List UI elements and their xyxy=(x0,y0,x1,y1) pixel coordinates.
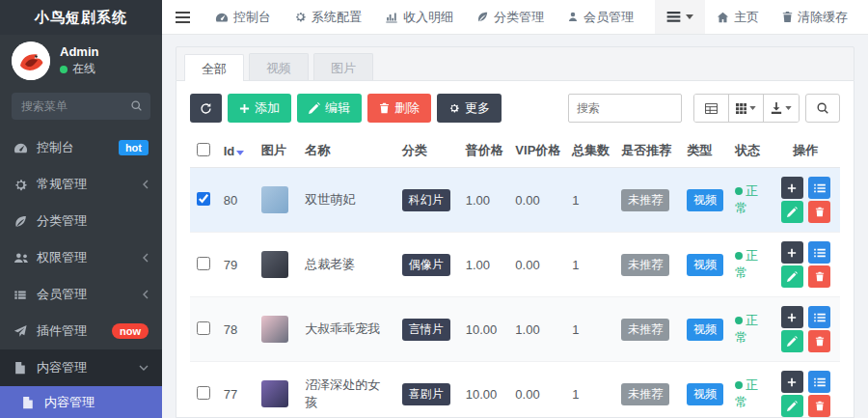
recommend-badge[interactable]: 未推荐 xyxy=(621,254,669,276)
sidebar-item-member[interactable]: 会员管理 xyxy=(0,276,162,313)
topbar-item-label: 会员管理 xyxy=(583,9,634,26)
row-checkbox[interactable] xyxy=(197,386,210,400)
fullscreen-button[interactable] xyxy=(859,0,868,34)
recommend-badge[interactable]: 未推荐 xyxy=(621,319,669,341)
topbar-item-member[interactable]: Admin 会员管理 xyxy=(556,0,645,34)
expand-row-button[interactable] xyxy=(781,241,803,264)
search-submit-button[interactable] xyxy=(805,94,840,123)
column-header-category[interactable]: 分类 xyxy=(396,134,460,168)
row-checkbox[interactable] xyxy=(197,257,210,270)
row-thumbnail[interactable] xyxy=(261,316,288,343)
edit-button-label: 编辑 xyxy=(325,99,350,117)
add-button[interactable]: 添加 xyxy=(228,94,291,123)
delete-row-button[interactable] xyxy=(808,265,830,288)
sort-caret-down-icon xyxy=(236,151,244,155)
sidebar-item-general[interactable]: 常规管理 xyxy=(0,166,162,203)
row-checkbox[interactable] xyxy=(197,321,210,335)
user-status: 在线 xyxy=(60,61,98,77)
topbar-item-label: 主页 xyxy=(734,9,759,26)
table-search-input[interactable] xyxy=(568,94,682,123)
file-icon xyxy=(21,396,41,409)
sidebar-item-category[interactable]: 分类管理 xyxy=(0,203,162,239)
tab-video[interactable]: 视频 xyxy=(249,53,309,80)
row-vip-price: 0.00 xyxy=(509,233,566,297)
sidebar-menu: 控制台 hot 常规管理 分类管理 权限管理 会员管理 xyxy=(0,129,162,418)
expand-row-button[interactable] xyxy=(781,177,803,199)
status-badge: 正常 xyxy=(735,313,758,345)
delete-row-button[interactable] xyxy=(808,330,830,352)
delete-row-button[interactable] xyxy=(808,395,830,417)
chevron-left-icon xyxy=(143,180,149,189)
sidebar-item-console[interactable]: 控制台 hot xyxy=(0,129,162,166)
sidebar-item-plugin[interactable]: 插件管理 now xyxy=(0,313,162,349)
tab-image[interactable]: 图片 xyxy=(313,53,373,80)
form-view-button[interactable] xyxy=(694,95,729,122)
column-header-image[interactable]: 图片 xyxy=(256,134,299,168)
sidebar-subitem-content-active[interactable]: 内容管理 xyxy=(0,386,162,418)
edit-row-button[interactable] xyxy=(781,201,803,223)
table-row[interactable]: 77 沼泽深处的女孩 喜剧片 10.00 0.00 1 未推荐 视频 正常 xyxy=(190,362,840,418)
topbar-item-console[interactable]: 控制台 xyxy=(203,0,283,34)
topbar-clear-cache-button[interactable]: 清除缓存 xyxy=(771,0,859,34)
recommend-badge[interactable]: 未推荐 xyxy=(621,189,669,211)
column-header-name[interactable]: 名称 xyxy=(299,134,396,168)
status-badge: 正常 xyxy=(735,248,758,280)
row-thumbnail[interactable] xyxy=(261,251,288,278)
tab-strip: 全部 视频 图片 xyxy=(176,46,854,81)
sidebar-item-content[interactable]: 内容管理 xyxy=(0,349,162,386)
row-thumbnail[interactable] xyxy=(261,186,288,213)
row-episodes: 1 xyxy=(566,362,615,418)
column-header-status[interactable]: 状态 xyxy=(729,134,771,168)
delete-button[interactable]: 删除 xyxy=(367,94,431,123)
columns-dropdown-button[interactable] xyxy=(729,95,764,122)
edit-row-button[interactable] xyxy=(781,330,803,352)
row-id: 80 xyxy=(218,168,256,233)
detail-list-button[interactable] xyxy=(808,371,830,393)
table-row[interactable]: 79 总裁老婆 偶像片 1.00 0.00 1 未推荐 视频 正常 xyxy=(190,233,840,297)
edit-row-button[interactable] xyxy=(781,265,803,288)
more-button-label: 更多 xyxy=(465,99,490,117)
content-table: Id 图片 名称 分类 普价格 VIP价格 总集数 是否推荐 类型 状态 操作 xyxy=(190,134,840,418)
column-header-episodes[interactable]: 总集数 xyxy=(566,134,615,168)
export-icon xyxy=(771,102,782,114)
table-row[interactable]: 80 双世萌妃 科幻片 1.00 0.00 1 未推荐 视频 正常 xyxy=(190,168,840,233)
column-header-price[interactable]: 普价格 xyxy=(460,134,510,168)
detail-list-button[interactable] xyxy=(808,306,830,328)
recommend-badge[interactable]: 未推荐 xyxy=(621,383,669,405)
status-dot-icon xyxy=(735,317,743,324)
status-dot-icon xyxy=(735,252,743,260)
select-all-checkbox[interactable] xyxy=(197,143,210,156)
sidebar-item-permission[interactable]: 权限管理 xyxy=(0,239,162,276)
row-checkbox[interactable] xyxy=(197,192,210,206)
column-header-vip-price[interactable]: VIP价格 xyxy=(509,134,566,168)
type-badge: 视频 xyxy=(687,189,723,211)
topbar-home-button[interactable]: 主页 xyxy=(705,0,771,34)
table-row[interactable]: 78 大叔乖乖宠我 言情片 10.00 1.00 1 未推荐 视频 正常 xyxy=(190,297,840,362)
delete-row-button[interactable] xyxy=(808,201,830,223)
sidebar-toggle-button[interactable] xyxy=(162,0,203,34)
list-icon xyxy=(814,248,826,258)
column-header-recommend[interactable]: 是否推荐 xyxy=(615,134,681,168)
status-badge: 正常 xyxy=(735,183,758,215)
detail-list-button[interactable] xyxy=(808,241,830,264)
export-dropdown-button[interactable] xyxy=(764,95,799,122)
more-button[interactable]: 更多 xyxy=(437,94,502,123)
category-badge: 偶像片 xyxy=(402,254,450,276)
topbar-item-category[interactable]: 分类管理 xyxy=(465,0,556,34)
expand-row-button[interactable] xyxy=(781,306,803,328)
topbar-item-config[interactable]: 系统配置 xyxy=(283,0,373,34)
topbar-item-income[interactable]: 收入明细 xyxy=(373,0,465,34)
edit-row-button[interactable] xyxy=(781,395,803,417)
tab-all[interactable]: 全部 xyxy=(184,54,244,81)
bar-chart-icon xyxy=(385,11,398,23)
expand-row-button[interactable] xyxy=(781,371,803,393)
edit-button[interactable]: 编辑 xyxy=(297,94,362,123)
detail-list-button[interactable] xyxy=(808,177,830,199)
sidebar: 小鸟短剧系统 Admin 在线 控制台 hot 常规管理 xyxy=(0,0,162,418)
refresh-button[interactable] xyxy=(190,94,222,123)
caret-down-icon xyxy=(785,106,792,110)
topbar-list-dropdown[interactable] xyxy=(655,0,705,34)
row-thumbnail[interactable] xyxy=(261,380,288,407)
column-header-id[interactable]: Id xyxy=(218,134,256,168)
column-header-type[interactable]: 类型 xyxy=(681,134,729,168)
